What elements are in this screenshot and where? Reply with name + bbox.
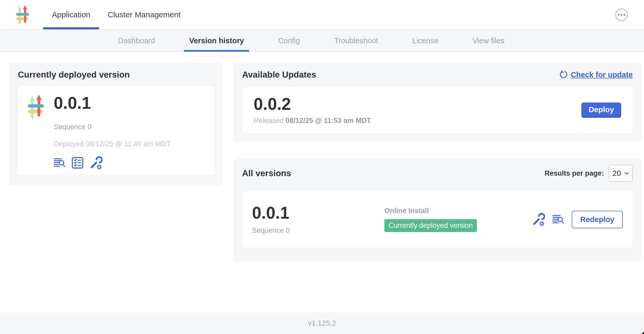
row-version-number: 0.0.1	[252, 204, 384, 222]
view-logs-button[interactable]	[54, 157, 66, 168]
console-version-label: v1.125.2	[308, 319, 336, 327]
preflight-checks-button[interactable]	[72, 157, 84, 169]
view-logs-button[interactable]	[552, 214, 564, 225]
results-per-page-select[interactable]: 20	[609, 165, 633, 182]
top-bar: Application Cluster Management	[0, 0, 644, 30]
app-logo-icon	[16, 5, 30, 25]
deploy-button[interactable]: Deploy	[581, 103, 621, 118]
tab-application[interactable]: Application	[43, 0, 99, 29]
available-updates-section: Available Updates Check for update 0.0.2…	[233, 63, 642, 141]
results-per-page-label: Results per page:	[544, 169, 604, 177]
chevron-down-icon	[624, 172, 629, 175]
deployed-section-title: Currently deployed version	[18, 70, 214, 80]
available-updates-title: Available Updates	[242, 70, 316, 80]
subnav-troubleshoot[interactable]: Troubleshoot	[329, 30, 383, 52]
page-footer: v1.125.2	[0, 313, 644, 334]
ellipsis-icon	[624, 14, 625, 16]
subnav-version-history[interactable]: Version history	[184, 30, 249, 52]
edit-config-button[interactable]	[89, 156, 102, 170]
subnav-config[interactable]: Config	[273, 30, 305, 52]
all-versions-title: All versions	[242, 168, 291, 178]
subnav-license[interactable]: License	[407, 30, 444, 52]
check-for-update-link[interactable]: Check for update	[559, 70, 633, 79]
available-update-row: 0.0.2 Released 08/12/25 @ 11:53 am MDT D…	[242, 87, 633, 133]
refresh-icon	[559, 70, 567, 79]
top-tabs: Application Cluster Management	[43, 0, 189, 29]
app-logo-icon	[27, 94, 45, 119]
currently-deployed-badge: Currently deployed version	[384, 219, 477, 232]
deployed-timestamp: Deployed 08/12/25 @ 11:40 am MDT	[54, 140, 205, 148]
currently-deployed-section: Currently deployed version 0.0.1 Sequenc…	[9, 63, 222, 185]
deployed-version-number: 0.0.1	[54, 94, 205, 112]
redeploy-button[interactable]: Redeploy	[572, 211, 623, 228]
row-sequence: Sequence 0	[252, 227, 384, 235]
subnav-dashboard[interactable]: Dashboard	[113, 30, 160, 52]
edit-config-icon	[89, 156, 102, 170]
edit-config-button[interactable]	[532, 213, 545, 226]
ellipsis-icon	[618, 14, 620, 16]
ellipsis-icon	[621, 14, 623, 16]
app-sub-nav: Dashboard Version history Config Trouble…	[0, 30, 644, 52]
more-menu-button[interactable]	[615, 9, 628, 21]
update-version-number: 0.0.2	[254, 95, 371, 113]
deployed-version-card: 0.0.1 Sequence 0 Deployed 08/12/25 @ 11:…	[18, 87, 214, 175]
subnav-view-files[interactable]: View files	[467, 30, 510, 52]
view-logs-icon	[54, 157, 66, 168]
edit-config-icon	[532, 213, 545, 226]
view-logs-icon	[552, 214, 564, 225]
tab-cluster-management[interactable]: Cluster Management	[99, 0, 189, 29]
update-released-timestamp: Released 08/12/25 @ 11:53 am MDT	[254, 117, 371, 125]
version-row: 0.0.1 Sequence 0 Online Install Currentl…	[242, 191, 633, 248]
install-type-label: Online Install	[384, 207, 532, 215]
deployed-sequence: Sequence 0	[54, 123, 205, 131]
main-content: Currently deployed version 0.0.1 Sequenc…	[0, 52, 644, 313]
all-versions-section: All versions Results per page: 20 0.0.1 …	[233, 158, 642, 261]
preflight-checks-icon	[72, 157, 84, 169]
